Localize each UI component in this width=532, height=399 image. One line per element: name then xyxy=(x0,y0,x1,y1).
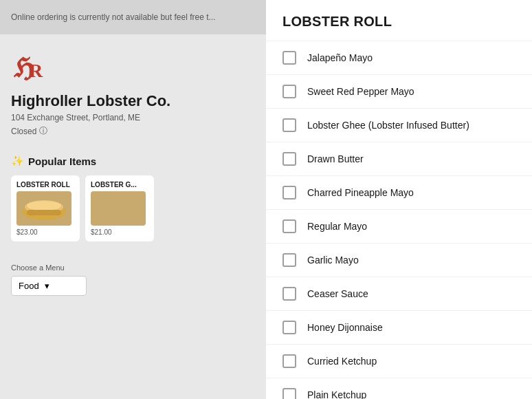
checkbox-3[interactable] xyxy=(282,118,296,132)
option-label-11: Plain Ketchup xyxy=(307,389,366,399)
checkbox-5[interactable] xyxy=(282,186,296,200)
svg-point-5 xyxy=(27,201,61,211)
option-label-8: Ceaser Sauce xyxy=(307,288,368,299)
choose-menu-label: Choose a Menu xyxy=(11,263,255,272)
panel-header: LOBSTER ROLL xyxy=(266,0,532,41)
svg-rect-6 xyxy=(27,210,61,215)
option-item-2[interactable]: Sweet Red Pepper Mayo xyxy=(266,75,532,109)
option-item-5[interactable]: Charred Pineapple Mayo xyxy=(266,176,532,210)
checkbox-9[interactable] xyxy=(282,321,296,334)
panel-title: LOBSTER ROLL xyxy=(282,14,516,30)
checkbox-1[interactable] xyxy=(282,51,296,65)
option-item-7[interactable]: Garlic Mayo xyxy=(266,244,532,277)
popular-section: ✨ Popular Items LOBSTER ROLL $23.00 xyxy=(0,144,266,252)
sparkle-icon: ✨ xyxy=(11,155,24,167)
restaurant-logo: ℌ R xyxy=(11,48,49,87)
checkbox-6[interactable] xyxy=(282,219,296,233)
option-label-3: Lobster Ghee (Lobster Infused Butter) xyxy=(307,120,469,131)
option-item-8[interactable]: Ceaser Sauce xyxy=(266,277,532,311)
option-item-11[interactable]: Plain Ketchup xyxy=(266,378,532,399)
restaurant-address: 104 Exchange Street, Portland, ME xyxy=(11,113,255,122)
banner-text: Online ordering is currently not availab… xyxy=(11,12,216,22)
checkbox-2[interactable] xyxy=(282,85,296,98)
option-item-9[interactable]: Honey Dijonnaise xyxy=(266,311,532,345)
checkbox-10[interactable] xyxy=(282,354,296,368)
svg-text:R: R xyxy=(29,60,43,81)
checkbox-11[interactable] xyxy=(282,388,296,399)
option-label-4: Drawn Butter xyxy=(307,153,364,164)
restaurant-name: Highroller Lobster Co. xyxy=(11,92,255,110)
option-label-10: Curried Ketchup xyxy=(307,356,377,367)
option-label-5: Charred Pineapple Mayo xyxy=(307,187,414,198)
menu-dropdown[interactable]: Food ▾ xyxy=(11,276,87,296)
option-label-6: Regular Mayo xyxy=(307,221,367,232)
popular-title: ✨ Popular Items xyxy=(11,155,255,167)
checkbox-7[interactable] xyxy=(282,253,296,267)
item-image xyxy=(16,191,71,226)
item-image-2 xyxy=(91,191,146,226)
background-layer: Online ordering is currently not availab… xyxy=(0,0,266,399)
option-item-6[interactable]: Regular Mayo xyxy=(266,210,532,244)
checkbox-4[interactable] xyxy=(282,152,296,166)
menu-section: Choose a Menu Food ▾ xyxy=(0,252,266,307)
checkbox-8[interactable] xyxy=(282,287,296,301)
option-item-4[interactable]: Drawn Butter xyxy=(266,142,532,176)
banner: Online ordering is currently not availab… xyxy=(0,0,266,34)
options-panel: LOBSTER ROLL Jalapeño MayoSweet Red Pepp… xyxy=(266,0,532,399)
option-label-1: Jalapeño Mayo xyxy=(307,52,373,63)
option-label-2: Sweet Red Pepper Mayo xyxy=(307,86,414,97)
logo-area: ℌ R Highroller Lobster Co. 104 Exchange … xyxy=(0,34,266,144)
option-label-7: Garlic Mayo xyxy=(307,255,359,266)
chevron-down-icon: ▾ xyxy=(45,281,49,291)
option-label-9: Honey Dijonnaise xyxy=(307,322,383,333)
option-item-3[interactable]: Lobster Ghee (Lobster Infused Butter) xyxy=(266,109,532,142)
popular-items-row: LOBSTER ROLL $23.00 LOBSTER G... $21.00 xyxy=(11,175,255,241)
options-list: Jalapeño MayoSweet Red Pepper MayoLobste… xyxy=(266,41,532,399)
restaurant-status: Closed ⓘ xyxy=(11,125,255,137)
info-icon: ⓘ xyxy=(39,125,47,137)
option-item-10[interactable]: Curried Ketchup xyxy=(266,345,532,378)
popular-item-card: LOBSTER ROLL $23.00 xyxy=(11,175,80,241)
popular-item-card-2: LOBSTER G... $21.00 xyxy=(85,175,154,241)
option-item-1[interactable]: Jalapeño Mayo xyxy=(266,41,532,75)
